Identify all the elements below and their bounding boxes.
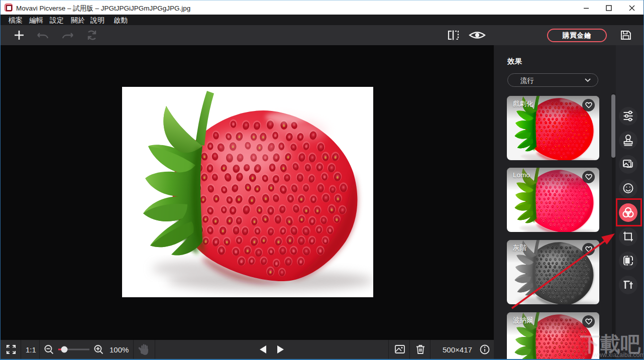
svg-text:100%: 100% — [110, 345, 129, 354]
svg-text:1:1: 1:1 — [26, 345, 36, 354]
svg-text:500×417: 500×417 — [443, 345, 472, 354]
